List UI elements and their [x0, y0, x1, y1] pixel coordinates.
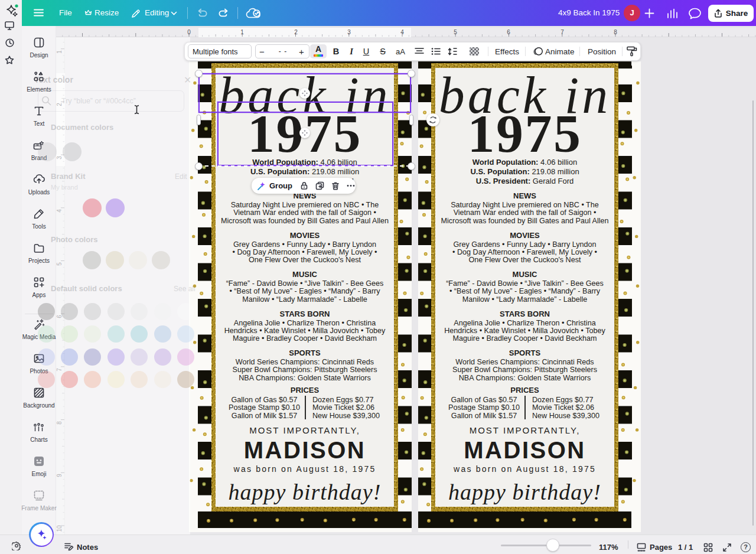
svg-text:1: 1 [240, 29, 244, 35]
svg-text:0: 0 [187, 29, 191, 35]
svg-text:6: 6 [507, 29, 510, 35]
svg-text:4: 4 [400, 29, 404, 35]
svg-text:7: 7 [561, 29, 564, 35]
svg-text:3: 3 [347, 29, 351, 35]
svg-text:8: 8 [614, 29, 617, 35]
svg-text:2: 2 [294, 29, 298, 35]
svg-text:5: 5 [454, 29, 457, 35]
